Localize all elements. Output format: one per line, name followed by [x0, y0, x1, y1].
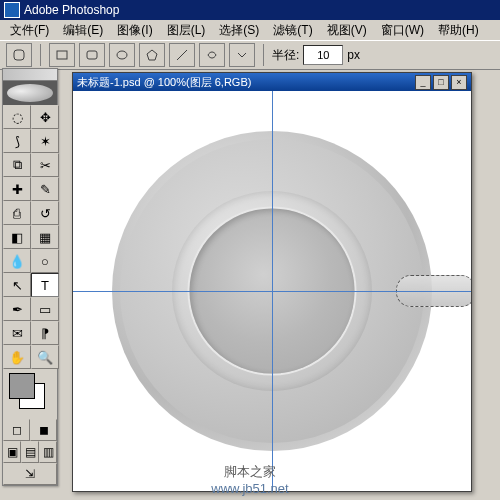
tool-eyedrop[interactable]: ⁋ [31, 321, 59, 345]
svg-rect-2 [87, 51, 97, 59]
document-titlebar[interactable]: 未标题-1.psd @ 100%(图层 6,RGB) _ □ × [73, 73, 471, 91]
app-icon [4, 2, 20, 18]
shape-line-icon[interactable] [169, 43, 195, 67]
svg-rect-1 [57, 51, 67, 59]
tool-notes[interactable]: ✉ [3, 321, 31, 345]
watermark-url: www.jb51.net [0, 481, 500, 496]
menu-help[interactable]: 帮助(H) [432, 20, 485, 41]
radius-input[interactable] [303, 45, 343, 65]
tool-eraser[interactable]: ◧ [3, 225, 31, 249]
tool-zoom[interactable]: 🔍 [31, 345, 59, 369]
minimize-button[interactable]: _ [415, 75, 431, 90]
menu-window[interactable]: 窗口(W) [375, 20, 430, 41]
tool-brush[interactable]: ✎ [31, 177, 59, 201]
tool-slice[interactable]: ✂ [31, 153, 59, 177]
canvas[interactable] [73, 91, 471, 491]
tool-move[interactable]: ✥ [31, 105, 59, 129]
divider [40, 44, 41, 66]
screen-standard-icon[interactable]: ▣ [3, 441, 21, 463]
svg-rect-0 [14, 50, 24, 60]
tool-type[interactable]: T [31, 273, 59, 297]
shape-roundrect-icon[interactable] [79, 43, 105, 67]
watermark-line1: 脚本之家 [0, 463, 500, 481]
tool-lasso[interactable]: ⟆ [3, 129, 31, 153]
shape-ellipse-icon[interactable] [109, 43, 135, 67]
radius-label: 半径: [272, 47, 299, 64]
menu-edit[interactable]: 编辑(E) [57, 20, 109, 41]
menu-view[interactable]: 视图(V) [321, 20, 373, 41]
menu-layer[interactable]: 图层(L) [161, 20, 212, 41]
guide-horizontal[interactable] [73, 291, 471, 292]
tool-gradient[interactable]: ▦ [31, 225, 59, 249]
svg-line-5 [177, 50, 187, 60]
tool-preset-picker[interactable] [6, 43, 32, 67]
menu-filter[interactable]: 滤镜(T) [267, 20, 318, 41]
menu-file[interactable]: 文件(F) [4, 20, 55, 41]
toolbox: ◌ ✥ ⟆ ✶ ⧉ ✂ ✚ ✎ ⎙ ↺ ◧ ▦ 💧 ○ ↖ T ✒ ▭ ✉ ⁋ [2, 68, 58, 486]
toolbox-preview [3, 81, 57, 105]
tool-marquee[interactable]: ◌ [3, 105, 31, 129]
divider [263, 44, 264, 66]
standard-mode-icon[interactable]: ◻ [3, 419, 30, 441]
tool-blur[interactable]: 💧 [3, 249, 31, 273]
shape-rect-icon[interactable] [49, 43, 75, 67]
radius-unit: px [347, 48, 360, 62]
maximize-button[interactable]: □ [433, 75, 449, 90]
app-titlebar: Adobe Photoshop [0, 0, 500, 20]
shape-custom-icon[interactable] [199, 43, 225, 67]
svg-point-3 [117, 51, 127, 59]
app-title: Adobe Photoshop [24, 3, 119, 17]
document-title: 未标题-1.psd @ 100%(图层 6,RGB) [77, 75, 251, 90]
tool-stamp[interactable]: ⎙ [3, 201, 31, 225]
menu-select[interactable]: 选择(S) [213, 20, 265, 41]
tool-dodge[interactable]: ○ [31, 249, 59, 273]
options-bar: 半径: px [0, 40, 500, 70]
foreground-color-swatch[interactable] [9, 373, 35, 399]
toolbox-drag-handle[interactable] [3, 69, 57, 81]
quickmask-mode-icon[interactable]: ◼ [30, 419, 57, 441]
svg-marker-4 [147, 50, 157, 60]
tool-wand[interactable]: ✶ [31, 129, 59, 153]
tool-crop[interactable]: ⧉ [3, 153, 31, 177]
document-window: 未标题-1.psd @ 100%(图层 6,RGB) _ □ × [72, 72, 472, 492]
screen-full-menu-icon[interactable]: ▤ [21, 441, 39, 463]
watermark: 脚本之家 www.jb51.net [0, 463, 500, 496]
shape-options-icon[interactable] [229, 43, 255, 67]
close-button[interactable]: × [451, 75, 467, 90]
color-swatches [3, 369, 57, 419]
tool-pen[interactable]: ✒ [3, 297, 31, 321]
shape-polygon-icon[interactable] [139, 43, 165, 67]
menubar: 文件(F) 编辑(E) 图像(I) 图层(L) 选择(S) 滤镜(T) 视图(V… [0, 20, 500, 40]
tool-hand[interactable]: ✋ [3, 345, 31, 369]
tool-path-select[interactable]: ↖ [3, 273, 31, 297]
menu-image[interactable]: 图像(I) [111, 20, 158, 41]
tool-heal[interactable]: ✚ [3, 177, 31, 201]
tool-shape[interactable]: ▭ [31, 297, 59, 321]
screen-full-icon[interactable]: ▥ [39, 441, 57, 463]
tool-history[interactable]: ↺ [31, 201, 59, 225]
